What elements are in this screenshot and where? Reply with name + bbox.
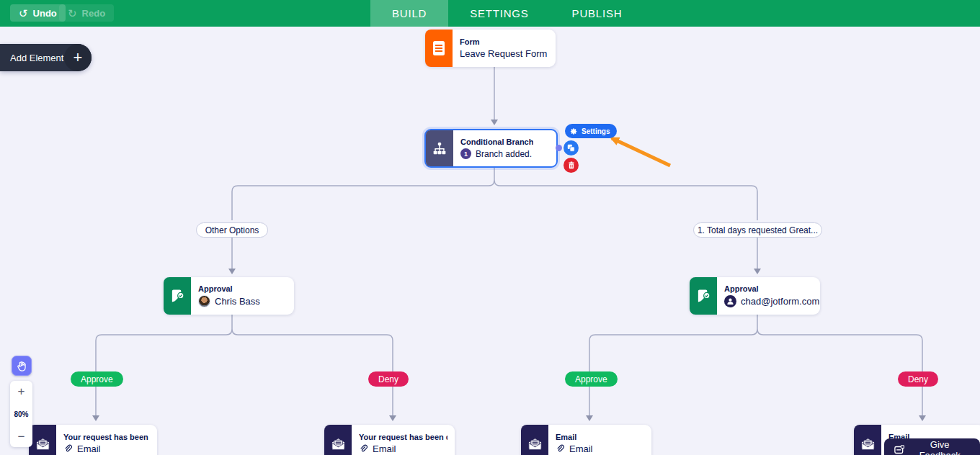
workflow-builder: { "topbar": { "undo_label": "Undo", "red… xyxy=(0,0,980,455)
branch-label-condition[interactable]: 1. Total days requested Great... xyxy=(693,222,822,238)
paperclip-icon xyxy=(359,444,368,454)
duplicate-node-button[interactable] xyxy=(564,140,579,156)
email-node-body: Your request has been approv... Email xyxy=(56,425,157,455)
email-icon xyxy=(29,425,56,455)
undo-button[interactable]: ↺ Undo xyxy=(10,4,66,22)
flow-connectors xyxy=(0,0,980,455)
email-node-body: Your request has been denied. Email xyxy=(352,425,455,455)
give-feedback-label: Give Feedback xyxy=(909,439,970,455)
annotation-arrow xyxy=(612,138,670,166)
approval-icon xyxy=(164,277,191,315)
email-icon xyxy=(521,425,548,455)
undo-label: Undo xyxy=(33,8,57,19)
email-node-subtitle: Email xyxy=(569,443,593,454)
form-node[interactable]: Form Leave Request Form xyxy=(425,30,556,67)
duplicate-icon xyxy=(567,144,575,152)
email-node-title: Your request has been approv... xyxy=(63,433,150,441)
redo-icon: ↻ xyxy=(68,8,77,19)
email-node-subtitle: Email xyxy=(77,443,101,454)
plus-icon: + xyxy=(64,44,92,71)
email-node-left[interactable]: Email Email xyxy=(521,425,651,455)
node-settings-button[interactable]: Settings xyxy=(565,124,617,138)
email-icon xyxy=(854,425,881,455)
form-node-type: Form xyxy=(460,37,547,46)
redo-label: Redo xyxy=(82,8,106,19)
outcome-approve-right[interactable]: Approve xyxy=(565,371,618,387)
tab-build[interactable]: BUILD xyxy=(370,0,448,27)
give-feedback-button[interactable]: Give Feedback xyxy=(884,438,980,455)
tab-settings[interactable]: SETTINGS xyxy=(448,0,550,27)
redo-button[interactable]: ↻ Redo xyxy=(59,4,114,22)
hand-icon xyxy=(16,360,28,372)
conditional-branch-icon xyxy=(426,130,453,166)
node-connector-dot xyxy=(556,145,562,151)
main-tabs: BUILD SETTINGS PUBLISH xyxy=(370,0,643,27)
assignee-name: Chris Bass xyxy=(215,296,260,307)
outcome-deny-right[interactable]: Deny xyxy=(898,371,938,387)
form-node-title: Leave Request Form xyxy=(460,48,547,59)
approval-node-body: Approval Chris Bass xyxy=(191,277,267,315)
approval-icon xyxy=(690,277,717,315)
add-element-button[interactable]: Add Element + xyxy=(0,44,92,71)
conditional-branch-node[interactable]: Conditional Branch 1 Branch added. xyxy=(424,129,558,168)
email-node-denied[interactable]: Your request has been denied. Email xyxy=(324,425,455,455)
branch-subtitle: Branch added. xyxy=(476,149,532,159)
email-node-subtitle: Email xyxy=(373,443,396,454)
tab-publish[interactable]: PUBLISH xyxy=(551,0,644,27)
email-node-title: Email xyxy=(556,433,593,441)
assignee-avatar xyxy=(198,295,210,307)
pan-tool-button[interactable] xyxy=(12,356,32,376)
branch-label-other-options[interactable]: Other Options xyxy=(196,222,268,238)
zoom-out-button[interactable]: − xyxy=(18,431,25,443)
email-icon xyxy=(324,425,352,455)
zoom-level: 80% xyxy=(14,410,28,418)
feedback-icon xyxy=(894,445,904,455)
zoom-in-button[interactable]: + xyxy=(18,385,25,397)
approval-node-body: Approval chad@jotform.com xyxy=(717,277,820,315)
undo-icon: ↺ xyxy=(19,8,28,19)
gear-icon xyxy=(570,127,578,135)
branch-count-badge: 1 xyxy=(460,148,471,159)
outcome-approve-left[interactable]: Approve xyxy=(71,371,123,387)
topbar: ↺ Undo ↻ Redo BUILD SETTINGS PUBLISH xyxy=(0,0,980,27)
form-node-body: Form Leave Request Form xyxy=(453,30,554,67)
approval-node-chris-bass[interactable]: Approval Chris Bass xyxy=(164,277,294,315)
conditional-branch-body: Conditional Branch 1 Branch added. xyxy=(453,130,540,166)
assignee-name: chad@jotform.com xyxy=(741,296,819,307)
add-element-label: Add Element xyxy=(0,53,63,63)
paperclip-icon xyxy=(63,444,73,454)
form-icon xyxy=(425,30,453,67)
conditional-branch-type: Conditional Branch xyxy=(460,138,533,146)
person-icon xyxy=(724,295,736,307)
approval-node-chad[interactable]: Approval chad@jotform.com xyxy=(690,277,820,315)
approval-node-type: Approval xyxy=(198,284,260,293)
approval-node-type: Approval xyxy=(724,284,813,293)
paperclip-icon xyxy=(556,444,565,454)
delete-node-button[interactable] xyxy=(564,158,579,173)
zoom-panel: + 80% − xyxy=(10,381,32,447)
node-settings-label: Settings xyxy=(582,127,610,135)
email-node-approved[interactable]: Your request has been approv... Email xyxy=(29,425,157,455)
trash-icon xyxy=(568,161,575,169)
email-node-title: Your request has been denied. xyxy=(359,433,447,441)
email-node-body: Email Email xyxy=(548,425,600,455)
outcome-deny-left[interactable]: Deny xyxy=(368,371,409,387)
